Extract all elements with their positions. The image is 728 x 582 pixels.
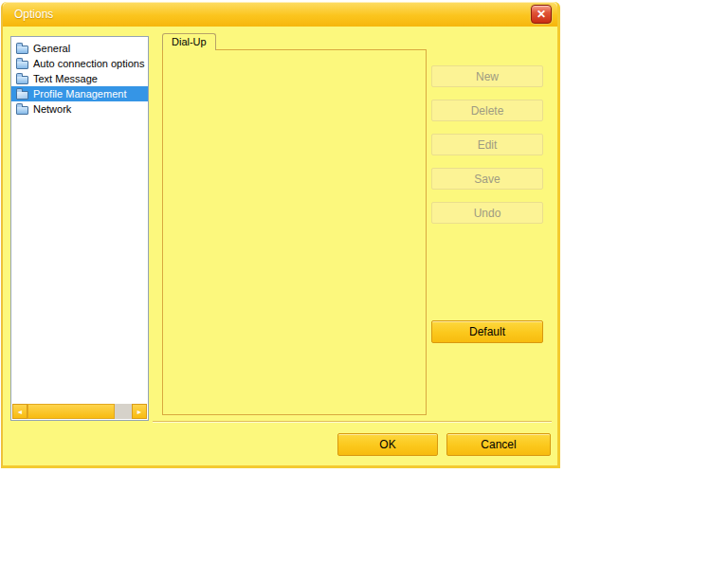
scrollbar-thumb[interactable]	[27, 404, 115, 419]
dial-up-panel	[162, 49, 427, 415]
sidebar-item-label: Network	[33, 103, 71, 115]
sidebar-item-auto-connection-options[interactable]: Auto connection options	[11, 56, 148, 71]
sidebar-item-network[interactable]: Network	[11, 101, 148, 117]
close-button[interactable]: ✕	[531, 5, 552, 24]
footer-divider	[153, 421, 552, 423]
scroll-right-button[interactable]: ►	[132, 404, 147, 419]
options-dialog: Options ✕ General Auto connection option…	[1, 2, 560, 468]
sidebar-item-label: Text Message	[33, 73, 98, 84]
folder-icon	[16, 106, 28, 115]
edit-button[interactable]: Edit	[431, 134, 543, 155]
delete-button[interactable]: Delete	[431, 100, 543, 121]
scroll-right-icon: ►	[136, 409, 143, 415]
folder-icon	[16, 45, 28, 54]
save-button[interactable]: Save	[431, 168, 543, 190]
window-title: Options	[14, 2, 53, 27]
ok-button[interactable]: OK	[337, 433, 438, 456]
sidebar-item-label: Auto connection options	[33, 58, 144, 69]
scrollbar-track[interactable]	[115, 404, 132, 419]
folder-icon	[16, 76, 28, 84]
sidebar-item-text-message[interactable]: Text Message	[11, 71, 148, 86]
default-button[interactable]: Default	[431, 320, 543, 343]
scroll-left-icon: ◄	[17, 409, 24, 415]
category-list: General Auto connection options Text Mes…	[10, 36, 149, 421]
new-button[interactable]: New	[431, 65, 543, 87]
folder-open-icon	[16, 91, 28, 100]
title-bar[interactable]: Options ✕	[3, 2, 557, 27]
cancel-button[interactable]: Cancel	[446, 433, 551, 456]
undo-button[interactable]: Undo	[431, 202, 543, 224]
sidebar-item-general[interactable]: General	[11, 41, 148, 56]
category-list-items: General Auto connection options Text Mes…	[11, 37, 148, 117]
horizontal-scrollbar[interactable]: ◄ ►	[12, 404, 147, 419]
scroll-left-button[interactable]: ◄	[12, 404, 27, 419]
folder-icon	[16, 61, 28, 69]
sidebar-item-label: Profile Management	[33, 88, 126, 100]
tab-dial-up[interactable]: Dial-Up	[162, 33, 216, 50]
sidebar-item-profile-management[interactable]: Profile Management	[11, 86, 148, 101]
close-icon: ✕	[537, 8, 546, 21]
sidebar-item-label: General	[33, 43, 70, 54]
